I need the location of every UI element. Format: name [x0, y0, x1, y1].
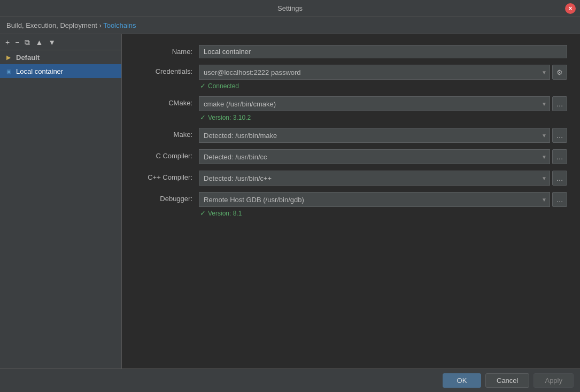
cmake-controls: cmake (/usr/bin/cmake) ▼ … ✓ Version: 3.…	[199, 96, 567, 121]
sidebar-item-local-container-label: Local container	[16, 67, 63, 75]
cmake-select-wrapper: cmake (/usr/bin/cmake) ▼	[199, 96, 550, 111]
server-icon: ▣	[4, 67, 13, 75]
c-compiler-select-wrapper: Detected: /usr/bin/cc ▼	[199, 149, 550, 164]
breadcrumb-parent: Build, Execution, Deployment	[6, 21, 97, 29]
make-select[interactable]: Detected: /usr/bin/make	[199, 128, 550, 143]
debugger-status-row: ✓ Version: 8.1	[199, 209, 567, 217]
debugger-select[interactable]: Remote Host GDB (/usr/bin/gdb)	[199, 192, 550, 207]
breadcrumb: Build, Execution, Deployment › Toolchain…	[0, 17, 580, 34]
breadcrumb-current: Toolchains	[103, 21, 136, 29]
credentials-settings-button[interactable]: ⚙	[552, 65, 567, 80]
cancel-button[interactable]: Cancel	[485, 373, 529, 388]
make-label: Make:	[135, 128, 199, 139]
name-controls	[199, 45, 567, 58]
move-up-button[interactable]: ▲	[33, 37, 45, 47]
debugger-check-icon: ✓	[200, 209, 206, 217]
name-label: Name:	[135, 45, 199, 56]
make-select-wrapper: Detected: /usr/bin/make ▼	[199, 128, 550, 143]
title-bar: Settings ×	[0, 0, 580, 17]
name-input[interactable]	[199, 45, 567, 58]
cpp-compiler-select[interactable]: Detected: /usr/bin/c++	[199, 171, 550, 186]
sidebar-item-default[interactable]: ▶ Default	[0, 50, 121, 64]
make-row: Make: Detected: /usr/bin/make ▼ …	[135, 128, 567, 143]
make-browse-button[interactable]: …	[552, 128, 567, 143]
credentials-select[interactable]: user@localhost:2222 password	[199, 65, 550, 80]
c-compiler-controls: Detected: /usr/bin/cc ▼ …	[199, 149, 567, 164]
ok-button[interactable]: OK	[443, 373, 481, 388]
close-button[interactable]: ×	[565, 3, 576, 14]
cmake-row: CMake: cmake (/usr/bin/cmake) ▼ … ✓ Vers…	[135, 96, 567, 121]
add-button[interactable]: +	[3, 37, 12, 47]
sidebar-items-list: ▶ Default ▣ Local container	[0, 50, 121, 368]
cmake-select[interactable]: cmake (/usr/bin/cmake)	[199, 96, 550, 111]
sidebar-item-local-container[interactable]: ▣ Local container	[0, 64, 121, 78]
debugger-row: Debugger: Remote Host GDB (/usr/bin/gdb)…	[135, 192, 567, 217]
credentials-row: Credentials: user@localhost:2222 passwor…	[135, 65, 567, 90]
c-compiler-browse-button[interactable]: …	[552, 149, 567, 164]
cpp-compiler-row: C++ Compiler: Detected: /usr/bin/c++ ▼ …	[135, 171, 567, 186]
apply-button[interactable]: Apply	[533, 373, 574, 388]
move-down-button[interactable]: ▼	[46, 37, 58, 47]
cmake-status-row: ✓ Version: 3.10.2	[199, 113, 567, 121]
credentials-select-wrapper: user@localhost:2222 password ▼	[199, 65, 550, 80]
c-compiler-label: C Compiler:	[135, 149, 199, 160]
sidebar-toolbar: + − ⧉ ▲ ▼	[0, 34, 121, 50]
copy-button[interactable]: ⧉	[22, 37, 32, 47]
content-area: Name: Credentials: user@localhost:2222 p…	[122, 34, 580, 368]
credentials-label: Credentials:	[135, 65, 199, 75]
footer: OK Cancel Apply	[0, 368, 580, 392]
cmake-version-text: Version: 3.10.2	[208, 114, 251, 121]
name-row: Name:	[135, 45, 567, 58]
credentials-controls: user@localhost:2222 password ▼ ⚙ ✓ Conne…	[199, 65, 567, 90]
c-compiler-select[interactable]: Detected: /usr/bin/cc	[199, 149, 550, 164]
cpp-compiler-controls: Detected: /usr/bin/c++ ▼ …	[199, 171, 567, 186]
cmake-browse-button[interactable]: …	[552, 96, 567, 111]
connected-check-icon: ✓	[200, 82, 206, 90]
cpp-compiler-select-wrapper: Detected: /usr/bin/c++ ▼	[199, 171, 550, 186]
cmake-label: CMake:	[135, 96, 199, 107]
debugger-label: Debugger:	[135, 192, 199, 203]
debugger-version-text: Version: 8.1	[208, 210, 242, 217]
debugger-select-wrapper: Remote Host GDB (/usr/bin/gdb) ▼	[199, 192, 550, 207]
dialog-title: Settings	[277, 4, 303, 12]
sidebar-item-default-label: Default	[16, 53, 40, 62]
cmake-check-icon: ✓	[200, 113, 206, 121]
make-controls: Detected: /usr/bin/make ▼ …	[199, 128, 567, 143]
cpp-compiler-browse-button[interactable]: …	[552, 171, 567, 186]
debugger-browse-button[interactable]: …	[552, 192, 567, 207]
cpp-compiler-label: C++ Compiler:	[135, 171, 199, 181]
folder-icon: ▶	[4, 53, 13, 62]
credentials-status-row: ✓ Connected	[199, 82, 567, 90]
c-compiler-row: C Compiler: Detected: /usr/bin/cc ▼ …	[135, 149, 567, 164]
debugger-controls: Remote Host GDB (/usr/bin/gdb) ▼ … ✓ Ver…	[199, 192, 567, 217]
connected-status-text: Connected	[208, 82, 239, 90]
remove-button[interactable]: −	[13, 37, 21, 47]
sidebar: + − ⧉ ▲ ▼ ▶ Default ▣ Local container	[0, 34, 122, 368]
main-layout: + − ⧉ ▲ ▼ ▶ Default ▣ Local container Na…	[0, 34, 580, 368]
breadcrumb-separator: ›	[99, 21, 103, 29]
